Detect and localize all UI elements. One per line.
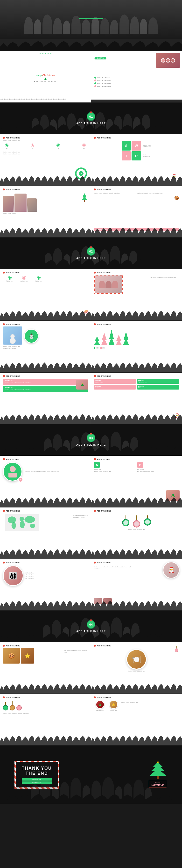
s16-right-title: ADD TITLE HERE	[97, 697, 111, 699]
s4-left-subtitle: Add text in here add text in here	[3, 140, 88, 142]
swot-s: S	[122, 141, 131, 151]
slide-world-map: ADD TITLE HERE	[0, 507, 91, 559]
christmas-text-end: Christmas	[151, 783, 165, 786]
s15-left-content: Add text in here add text in here add te…	[64, 650, 88, 653]
label-a: A	[94, 462, 100, 468]
forest-4r	[91, 176, 182, 186]
slide-food-circle: ADD TITLE HERE 🍽️ Add text in here add t…	[91, 642, 182, 693]
content-b: Add title hereAdd text in here add text …	[137, 469, 179, 472]
swot-o: O	[132, 151, 141, 161]
slide-swot: ADD TITLE HERE S W T O Add text in herea…	[91, 134, 182, 186]
svg-point-4	[20, 521, 25, 528]
slide-row-4: ADD TITLE HERE Add text in here add text…	[0, 134, 182, 186]
svg-point-5	[24, 516, 35, 523]
point-3: ADD TITLE IN HERE	[97, 83, 111, 84]
s4-right-title: ADD TITLE HERE	[97, 137, 111, 139]
progress-bar	[79, 18, 103, 19]
point-1: ADD TITLE IN HERE	[97, 77, 111, 78]
slide-mountains-left: ADD TITLE HERE Add text in here add text	[0, 186, 91, 237]
s5-right-title: ADD TITLE HERE	[97, 189, 111, 190]
slide-pipeline-left: ADD TITLE HERE Add text here Add	[0, 269, 91, 320]
slides-container: ❄ ❄ ❄ ❄ ❄ Merry Christmas 🌲	[0, 0, 182, 804]
svg-point-6	[30, 524, 35, 528]
s11-right-title: ADD TITLE HERE	[97, 458, 111, 460]
slide-04-title: 04 ADD TITLE IN HERE	[0, 611, 182, 642]
svg-point-2	[11, 522, 16, 529]
slide-03-number: 03	[89, 436, 93, 440]
slide-02-number: 02	[89, 250, 93, 253]
slide-03-title: 03 ADD TITLE IN HERE	[0, 424, 182, 456]
svg-point-1	[8, 517, 16, 523]
slide-circle-photo: ADD TITLE HERE ★	[0, 456, 91, 507]
slide-points: POINTS ADD TITLE IN HERE ADD TITLE IN HE…	[91, 51, 182, 102]
slide-snowman: ADD TITLE HERE ⛄ Add t	[0, 321, 91, 372]
point-4: ADD TITLE IN HERE	[97, 86, 111, 87]
s15-left-title: ADD TITLE HERE	[6, 645, 20, 647]
slide-cover	[0, 0, 182, 51]
slide-bar-chart: ADD TITLE HERE	[91, 321, 182, 372]
s7-left-title: ADD TITLE HERE	[6, 272, 20, 274]
slide-02-title: ADD TITLE IN HERE	[76, 257, 106, 259]
s8-right-title: ADD TITLE HERE	[97, 323, 111, 325]
s9-left-title: ADD TITLE HERE	[6, 375, 20, 377]
swot-t: T	[122, 151, 131, 161]
slide-row-15: ADD TITLE HERE 🍪 ⭐ Add text in here add …	[0, 642, 182, 694]
s8-left-title: ADD TITLE HERE	[6, 323, 20, 325]
slide-03-title: ADD TITLE IN HERE	[76, 443, 106, 446]
slide-row-16: ADD TITLE HERE	[0, 694, 182, 746]
s15-right-title: ADD TITLE HERE	[97, 645, 111, 647]
s16-right-content: Add text in here add text in here	[121, 702, 138, 704]
christmas-label: Christmas	[42, 74, 55, 77]
merry-label: Merry	[36, 74, 42, 77]
slide-row-7: ADD TITLE HERE Add text here Add	[0, 269, 182, 321]
slide-business-report: ❄ ❄ ❄ ❄ ❄ Merry Christmas 🌲	[0, 51, 91, 102]
slide-row-2: ❄ ❄ ❄ ❄ ❄ Merry Christmas 🌲	[0, 51, 182, 103]
label-b: B	[137, 462, 143, 468]
the-end-text: THE END	[22, 771, 52, 776]
world-map-svg	[3, 514, 41, 531]
slide-photo-card: ADD TITLE HERE Add text in here add text…	[91, 269, 182, 320]
s12-left-title: ADD TITLE HERE	[6, 510, 20, 512]
sub1-text: ADD HERE TEXT	[22, 778, 52, 781]
slide-01-title: ADD TITLE IN HERE	[76, 122, 106, 125]
slide-thank-you: THANK YOU THE END ADD HERE TEXT ADDHERE …	[0, 746, 182, 804]
s7-right-title: ADD TITLE HERE	[97, 272, 111, 274]
s8-left-content: Add text in here add text in hereadd tex…	[3, 346, 88, 349]
s13-right-title: ADD TITLE HERE	[97, 562, 111, 563]
merry-text-end: Merry	[151, 781, 165, 783]
slide-family-circle: ADD TITLE HERE 👨‍👩‍👧‍👦 Add text in herea…	[0, 559, 91, 611]
slide-02-title: 02 ADD TITLE IN HERE	[0, 238, 182, 269]
swot-w: W	[132, 141, 141, 151]
thank-you-text: THANK YOU	[22, 766, 52, 771]
s15-right-content: Add text in here add text in here	[94, 670, 179, 672]
slide-xmas-items: ADD TITLE HERE 🎄 Add text here 🔔 A	[91, 694, 182, 745]
slide-ornaments-text: ADD TITLE HERE	[0, 694, 91, 745]
slide-timeline-left: ADD TITLE HERE Add text in here add text…	[0, 134, 91, 186]
slide-01-number: 01	[89, 115, 93, 118]
s16-left-title: ADD TITLE HERE	[6, 697, 20, 699]
content-a: Add title hereAdd text in here add text …	[94, 469, 136, 472]
s5-left-title: ADD TITLE HERE	[6, 189, 20, 190]
slide-ornaments: ADD TITLE HERE	[91, 507, 182, 559]
s4-left-content: Add text in here add text in hereAdd tex…	[3, 151, 88, 155]
slide-row-11: ADD TITLE HERE ★	[0, 456, 182, 507]
slide-01-title: 01 ADD TITLE IN HERE	[0, 103, 182, 134]
s12-right-content: Add text in here add text in here	[94, 529, 179, 530]
s13-left-title: ADD TITLE HERE	[6, 562, 20, 563]
s11-left-title: ADD TITLE HERE	[6, 458, 20, 460]
slide-row-8: ADD TITLE HERE ⛄ Add t	[0, 321, 182, 373]
slide-content-5r: ADD TITLE HERE Add text in here add text…	[91, 186, 182, 237]
points-banner: POINTS	[95, 57, 106, 59]
slide-row-9: ADD TITLE HERE Add Title Here Add text i…	[0, 373, 182, 424]
slide-04-title: ADD TITLE IN HERE	[76, 630, 106, 632]
s13-left-content: Add text in hereadd text in hereadd text…	[25, 572, 34, 580]
s13-right-content: Add text in here add text in here add te…	[94, 566, 133, 570]
sub2-text: ADDHERE TEXT	[22, 781, 52, 784]
s4-left-title: ADD TITLE HERE	[6, 137, 20, 139]
forest-strip-cover	[0, 41, 182, 51]
s12-left-content: Add text in here add text in here add te…	[73, 515, 88, 518]
svg-point-3	[20, 517, 24, 521]
point-2: ADD TITLE IN HERE	[97, 80, 111, 81]
slide-photo-strip: ADD TITLE HERE 🎅 Add text in here add te…	[91, 559, 182, 611]
slide-food-photo: ADD TITLE HERE 🍪 ⭐ Add text in here add …	[0, 642, 91, 693]
